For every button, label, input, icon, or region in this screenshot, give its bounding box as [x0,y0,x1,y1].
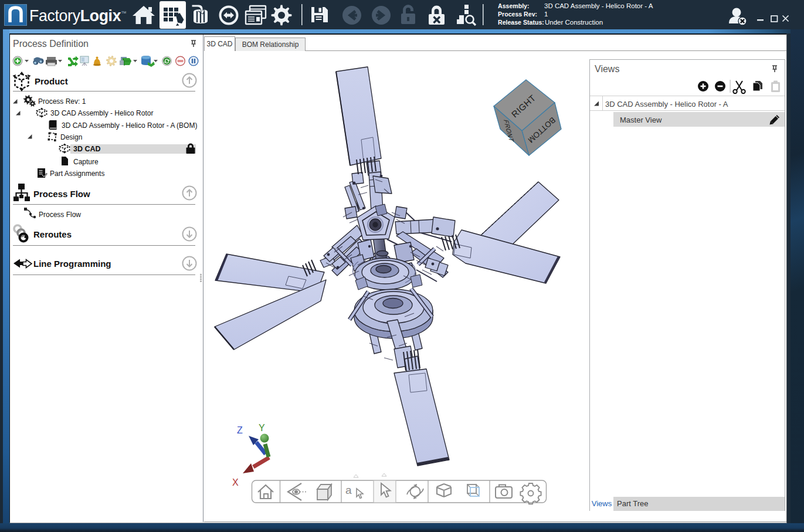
svg-text:a: a [345,484,352,496]
svg-text:X: X [232,477,239,487]
svg-text:Z: Z [237,425,243,435]
svg-text:Y: Y [259,423,265,433]
